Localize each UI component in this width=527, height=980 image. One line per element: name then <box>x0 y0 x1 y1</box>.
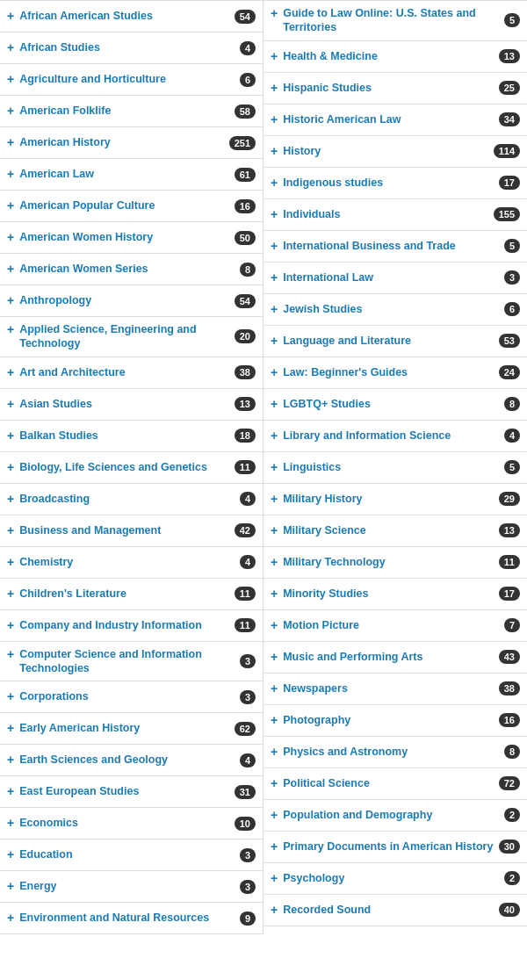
plus-icon: + <box>7 398 14 410</box>
list-item[interactable]: +Jewish Studies6 <box>264 294 527 326</box>
list-item[interactable]: +Applied Science, Engineering and Techno… <box>0 317 263 357</box>
list-item[interactable]: +History114 <box>264 136 527 168</box>
list-item[interactable]: +Photography16 <box>264 705 527 737</box>
plus-icon: + <box>7 690 14 703</box>
list-item[interactable]: +Law: Beginner's Guides24 <box>264 357 527 389</box>
list-item[interactable]: +International Business and Trade5 <box>264 231 527 263</box>
list-item[interactable]: +Motion Picture7 <box>264 610 527 642</box>
item-count-badge: 18 <box>235 429 256 443</box>
plus-icon: + <box>271 524 278 537</box>
plus-icon: + <box>7 817 14 829</box>
item-label: African American Studies <box>19 9 153 23</box>
plus-icon: + <box>271 177 278 189</box>
item-count-badge: 4 <box>240 41 256 55</box>
item-label: Art and Architecture <box>19 365 125 379</box>
item-count-badge: 13 <box>499 49 520 63</box>
item-label: East European Studies <box>19 784 139 798</box>
list-item[interactable]: +Anthropology54 <box>0 285 263 317</box>
item-label: Company and Industry Information <box>19 618 202 632</box>
list-item[interactable]: +Recorded Sound40 <box>264 895 527 926</box>
item-label: Balkan Studies <box>19 429 98 443</box>
list-item[interactable]: +Military History29 <box>264 484 527 515</box>
list-item[interactable]: +Children's Literature11 <box>0 579 263 610</box>
item-count-badge: 2 <box>504 808 520 822</box>
plus-icon: + <box>271 82 278 94</box>
item-label: Motion Picture <box>283 618 359 632</box>
list-item[interactable]: +Chemistry4 <box>0 547 263 579</box>
plus-icon: + <box>7 848 14 861</box>
plus-icon: + <box>271 335 278 347</box>
list-item[interactable]: +Computer Science and Information Techno… <box>0 642 263 682</box>
list-item[interactable]: +Economics10 <box>0 808 263 839</box>
item-count-badge: 3 <box>240 690 256 704</box>
list-item[interactable]: +Individuals155 <box>264 199 527 231</box>
list-item[interactable]: +Physics and Astronomy8 <box>264 737 527 768</box>
item-count-badge: 30 <box>499 839 520 854</box>
list-item[interactable]: +American History251 <box>0 127 263 159</box>
list-item[interactable]: +Historic American Law34 <box>264 104 527 136</box>
plus-icon: + <box>271 651 278 663</box>
list-item[interactable]: +Art and Architecture38 <box>0 357 263 389</box>
list-item[interactable]: +Early American History62 <box>0 713 263 745</box>
list-item[interactable]: +Indigenous studies17 <box>264 168 527 199</box>
list-item[interactable]: +Primary Documents in American History30 <box>264 832 527 863</box>
category-grid: +African American Studies54+African Stud… <box>0 0 527 934</box>
item-count-badge: 11 <box>499 555 520 569</box>
plus-icon: + <box>271 714 278 726</box>
list-item[interactable]: +LGBTQ+ Studies8 <box>264 389 527 421</box>
list-item[interactable]: +Military Technology11 <box>264 547 527 579</box>
plus-icon: + <box>7 524 14 537</box>
list-item[interactable]: +Earth Sciences and Geology4 <box>0 745 263 776</box>
list-item[interactable]: +Education3 <box>0 839 263 871</box>
plus-icon: + <box>271 145 278 157</box>
list-item[interactable]: +Balkan Studies18 <box>0 421 263 452</box>
plus-icon: + <box>7 461 14 473</box>
plus-icon: + <box>7 294 14 306</box>
list-item[interactable]: +American Women History50 <box>0 222 263 254</box>
list-item[interactable]: +Energy3 <box>0 871 263 903</box>
list-item[interactable]: +Health & Medicine13 <box>264 41 527 73</box>
list-item[interactable]: +Library and Information Science4 <box>264 421 527 452</box>
list-item[interactable]: +Corporations3 <box>0 681 263 713</box>
list-item[interactable]: +Environment and Natural Resources9 <box>0 903 263 934</box>
list-item[interactable]: +American Popular Culture16 <box>0 191 263 222</box>
plus-icon: + <box>271 587 278 600</box>
list-item[interactable]: +Minority Studies17 <box>264 579 527 610</box>
item-label: Recorded Sound <box>283 903 371 917</box>
list-item[interactable]: +International Law3 <box>264 263 527 294</box>
list-item[interactable]: +Business and Management42 <box>0 515 263 547</box>
list-item[interactable]: +Political Science72 <box>264 768 527 800</box>
item-label: History <box>283 144 321 158</box>
list-item[interactable]: +Asian Studies13 <box>0 389 263 421</box>
list-item[interactable]: +Company and Industry Information11 <box>0 610 263 642</box>
list-item[interactable]: +African Studies4 <box>0 32 263 64</box>
list-item[interactable]: +African American Studies54 <box>0 1 263 32</box>
list-item[interactable]: +American Women Series8 <box>0 254 263 285</box>
plus-icon: + <box>271 872 278 884</box>
list-item[interactable]: +East European Studies31 <box>0 776 263 808</box>
list-item[interactable]: +American Law61 <box>0 159 263 191</box>
list-item[interactable]: +Biology, Life Sciences and Genetics11 <box>0 452 263 484</box>
list-item[interactable]: +Linguistics5 <box>264 452 527 484</box>
list-item[interactable]: +Guide to Law Online: U.S. States and Te… <box>264 1 527 41</box>
item-label: Law: Beginner's Guides <box>283 365 408 379</box>
list-item[interactable]: +American Folklife58 <box>0 96 263 127</box>
list-item[interactable]: +Population and Demography2 <box>264 800 527 832</box>
item-count-badge: 13 <box>235 397 256 411</box>
list-item[interactable]: +Military Science13 <box>264 515 527 547</box>
plus-icon: + <box>7 556 14 568</box>
list-item[interactable]: +Psychology2 <box>264 863 527 895</box>
item-label: African Studies <box>19 40 100 54</box>
list-item[interactable]: +Language and Literature53 <box>264 326 527 357</box>
item-count-badge: 4 <box>240 555 256 569</box>
list-item[interactable]: +Music and Performing Arts43 <box>264 642 527 674</box>
item-label: American Law <box>19 167 94 181</box>
item-count-badge: 11 <box>235 618 256 632</box>
list-item[interactable]: +Hispanic Studies25 <box>264 73 527 104</box>
item-label: Broadcasting <box>19 492 90 506</box>
item-label: Corporations <box>19 689 88 703</box>
list-item[interactable]: +Broadcasting4 <box>0 484 263 515</box>
list-item[interactable]: +Agriculture and Horticulture6 <box>0 64 263 96</box>
list-item[interactable]: +Newspapers38 <box>264 674 527 705</box>
item-label: Applied Science, Engineering and Technol… <box>19 322 231 351</box>
